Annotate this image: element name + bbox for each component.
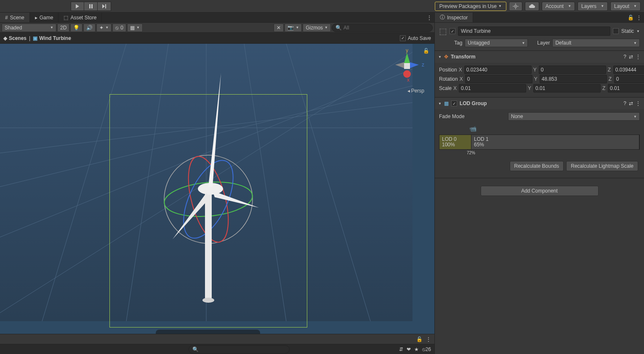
tag-label: Tag [454, 40, 462, 46]
tab-scene[interactable]: # Scene [0, 13, 30, 22]
auto-save-checkbox[interactable] [400, 35, 406, 41]
tab-scene-label: Scene [10, 15, 24, 21]
gizmos-dropdown[interactable]: Gizmos ▼ [303, 24, 331, 32]
tab-inspector[interactable]: ⓘ Inspector [435, 13, 473, 22]
unity-icon: ◆ [3, 35, 7, 41]
lod-segment-1[interactable]: LOD 1 65% [471, 135, 639, 149]
scene-pane: # Scene ▸ Game ⬚ Asset Store ⋮ Shaded ▼ … [0, 13, 434, 354]
preview-packages-badge[interactable]: Preview Packages in Use ▼ [435, 2, 506, 11]
status-bar: 🔍 ⇵ ❤ ★ ⦸26 [0, 344, 434, 354]
preset-icon[interactable]: ⇄ [629, 54, 633, 60]
lod-enabled-checkbox[interactable] [451, 100, 457, 106]
menu-icon[interactable]: ⋮ [426, 336, 431, 342]
position-x-input[interactable] [464, 66, 532, 74]
account-dropdown[interactable]: Account ▼ [542, 2, 575, 11]
recalculate-lightmap-button[interactable]: Recalculate Lightmap Scale [566, 161, 638, 171]
search-icon: 🔍 [192, 346, 199, 352]
grid-icon: ▦ [130, 25, 135, 31]
scene-viewport[interactable]: LOD 0 y z x 🔓 ◂ Persp [0, 44, 434, 334]
audio-toggle[interactable]: 🔊 [83, 24, 96, 32]
rotation-z-input[interactable] [614, 75, 644, 83]
rotation-x-input[interactable] [465, 75, 532, 83]
perspective-label[interactable]: ◂ Persp [407, 88, 424, 94]
tab-menu-icon[interactable]: ⋮ [427, 15, 432, 21]
inspector-tab-label: Inspector [447, 15, 468, 21]
layout-dropdown[interactable]: Layout ▼ [610, 2, 641, 11]
lod-camera-icon[interactable]: 📹 [469, 125, 476, 132]
wind-turbine-model [0, 44, 412, 321]
chevron-down-icon: ▼ [633, 41, 637, 45]
lock-icon[interactable]: 🔓 [628, 15, 634, 21]
lighting-toggle[interactable]: 💡 [70, 24, 82, 32]
breadcrumb-object[interactable]: ▣ Wind Turbine [33, 35, 71, 41]
breadcrumb-scenes[interactable]: ◆Scenes [3, 35, 27, 41]
tag-dropdown[interactable]: Untagged ▼ [465, 39, 528, 47]
tab-game[interactable]: ▸ Game [30, 13, 59, 22]
grid-toggle[interactable]: ▦▼ [127, 24, 143, 32]
fade-mode-dropdown[interactable]: None ▼ [508, 112, 640, 121]
gameobject-active-checkbox[interactable] [450, 28, 455, 34]
tab-asset-store-label: Asset Store [70, 15, 96, 21]
layers-dropdown[interactable]: Layers ▼ [577, 2, 608, 11]
help-icon[interactable]: ? [623, 100, 626, 106]
search-icon: 🔍 [335, 25, 342, 31]
draw-mode-dropdown[interactable]: Shaded ▼ [2, 24, 56, 32]
rotation-y-input[interactable] [540, 75, 607, 83]
inspector-tabs: ⓘ Inspector 🔓 ⋮ [435, 13, 644, 23]
scene-search-input[interactable] [343, 25, 429, 31]
recalculate-bounds-button[interactable]: Recalculate Bounds [510, 161, 564, 171]
lod-bar[interactable]: 📹 LOD 0 100% LOD 1 65% 72% [439, 125, 640, 155]
eye-off-icon: ⦸ [115, 25, 119, 31]
transform-header[interactable]: ▼ ✥ Transform ? ⇄ ⋮ [435, 51, 644, 63]
project-search-input[interactable] [200, 346, 286, 352]
project-search[interactable]: 🔍 [189, 345, 290, 354]
scale-x-input[interactable] [459, 84, 526, 92]
favorites-icon[interactable]: ❤ [407, 346, 411, 352]
chevron-down-icon[interactable]: ▼ [636, 29, 640, 33]
svg-rect-1 [91, 4, 93, 8]
scene-bottom-bar: 🔓 ⋮ [0, 334, 434, 344]
game-icon: ▸ [35, 15, 37, 21]
help-icon[interactable]: ? [623, 54, 626, 60]
static-checkbox[interactable] [613, 28, 619, 34]
lightbulb-icon: 💡 [73, 25, 80, 31]
lock-icon[interactable]: 🔓 [416, 336, 423, 342]
add-component-button[interactable]: Add Component [481, 186, 599, 196]
camera-button[interactable]: 📷▼ [285, 24, 302, 32]
preset-icon[interactable]: ⇄ [629, 100, 633, 106]
transform-component: ▼ ✥ Transform ? ⇄ ⋮ Position X Y Z [435, 51, 644, 98]
layer-dropdown[interactable]: Default ▼ [552, 39, 640, 47]
scale-y-input[interactable] [533, 84, 601, 92]
menu-icon[interactable]: ⋮ [636, 100, 641, 106]
foldout-icon: ▼ [438, 102, 442, 106]
pause-button[interactable] [84, 2, 98, 11]
layout-label: Layout [614, 3, 629, 9]
position-y-input[interactable] [539, 66, 606, 74]
hidden-toggle-icon[interactable]: ⦸26 [422, 346, 431, 352]
lod-group-header[interactable]: ▼ ▦ LOD Group ? ⇄ ⋮ [435, 98, 644, 109]
services-button[interactable] [509, 2, 522, 11]
lock-icon[interactable]: 🔓 [423, 48, 429, 54]
menu-icon[interactable]: ⋮ [636, 54, 641, 60]
position-z-input[interactable] [613, 66, 644, 74]
chevron-down-icon: ▼ [295, 26, 299, 29]
svg-text:z: z [422, 62, 424, 68]
scene-search[interactable]: 🔍 [332, 24, 433, 32]
breadcrumb-separator: | [29, 35, 30, 41]
2d-toggle[interactable]: 2D [57, 24, 69, 32]
orientation-gizmo[interactable]: y z x [388, 48, 426, 86]
cloud-button[interactable] [525, 2, 539, 11]
lod-segment-0[interactable]: LOD 0 100% [439, 135, 471, 149]
hidden-objects-toggle[interactable]: ⦸0 [112, 24, 126, 32]
menu-icon[interactable]: ⋮ [636, 15, 641, 21]
collab-icon[interactable]: ⇵ [399, 346, 403, 352]
gameobject-name-field[interactable]: Wind Turbine [458, 26, 610, 36]
tools-button[interactable]: ✕ [274, 24, 284, 32]
fx-toggle[interactable]: ✦▼ [96, 24, 112, 32]
star-icon[interactable]: ★ [414, 346, 419, 352]
inspector-header: ⬚ Wind Turbine Static ▼ Tag Untagged ▼ L… [435, 23, 644, 51]
play-button[interactable] [71, 2, 84, 11]
tab-asset-store[interactable]: ⬚ Asset Store [59, 13, 102, 22]
step-button[interactable] [98, 2, 111, 11]
scale-z-input[interactable] [608, 84, 644, 92]
